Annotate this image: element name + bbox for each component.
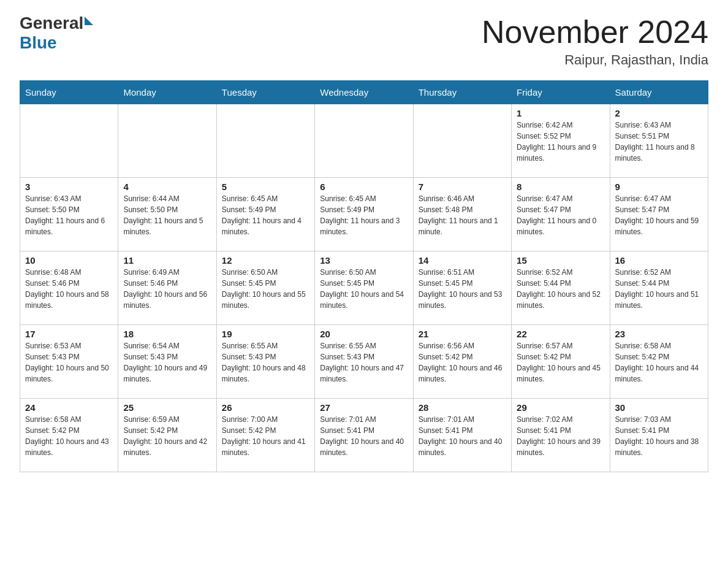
day-info: Sunrise: 6:50 AMSunset: 5:45 PMDaylight:… bbox=[320, 267, 408, 311]
day-number: 2 bbox=[615, 108, 703, 118]
day-number: 12 bbox=[222, 255, 309, 266]
weekday-header-saturday: Saturday bbox=[610, 81, 708, 104]
calendar-cell: 17Sunrise: 6:53 AMSunset: 5:43 PMDayligh… bbox=[20, 325, 118, 399]
day-info: Sunrise: 7:03 AMSunset: 5:41 PMDaylight:… bbox=[615, 414, 703, 458]
calendar-cell: 26Sunrise: 7:00 AMSunset: 5:42 PMDayligh… bbox=[216, 399, 314, 472]
calendar-cell: 4Sunrise: 6:44 AMSunset: 5:50 PMDaylight… bbox=[118, 178, 216, 251]
calendar-cell: 15Sunrise: 6:52 AMSunset: 5:44 PMDayligh… bbox=[512, 251, 610, 325]
title-area: November 2024 Raipur, Rajasthan, India bbox=[482, 15, 708, 68]
calendar-cell: 20Sunrise: 6:55 AMSunset: 5:43 PMDayligh… bbox=[315, 325, 413, 399]
day-info: Sunrise: 6:55 AMSunset: 5:43 PMDaylight:… bbox=[222, 340, 309, 385]
calendar-cell: 2Sunrise: 6:43 AMSunset: 5:51 PMDaylight… bbox=[610, 104, 708, 178]
calendar-week-1: 1Sunrise: 6:42 AMSunset: 5:52 PMDaylight… bbox=[20, 104, 708, 178]
calendar-table: SundayMondayTuesdayWednesdayThursdayFrid… bbox=[20, 80, 708, 472]
day-info: Sunrise: 6:44 AMSunset: 5:50 PMDaylight:… bbox=[123, 193, 211, 237]
weekday-header-sunday: Sunday bbox=[20, 81, 118, 104]
calendar-cell: 18Sunrise: 6:54 AMSunset: 5:43 PMDayligh… bbox=[118, 325, 216, 399]
day-number: 30 bbox=[615, 402, 703, 413]
calendar-cell: 21Sunrise: 6:56 AMSunset: 5:42 PMDayligh… bbox=[413, 325, 511, 399]
calendar-cell: 6Sunrise: 6:45 AMSunset: 5:49 PMDaylight… bbox=[315, 178, 413, 251]
day-info: Sunrise: 6:55 AMSunset: 5:43 PMDaylight:… bbox=[320, 340, 408, 385]
day-number: 27 bbox=[320, 402, 408, 413]
day-info: Sunrise: 6:43 AMSunset: 5:51 PMDaylight:… bbox=[615, 120, 703, 164]
day-info: Sunrise: 6:50 AMSunset: 5:45 PMDaylight:… bbox=[222, 267, 309, 311]
calendar-cell: 16Sunrise: 6:52 AMSunset: 5:44 PMDayligh… bbox=[610, 251, 708, 325]
day-info: Sunrise: 6:54 AMSunset: 5:43 PMDaylight:… bbox=[123, 340, 211, 385]
calendar-cell: 7Sunrise: 6:46 AMSunset: 5:48 PMDaylight… bbox=[413, 178, 511, 251]
day-info: Sunrise: 6:42 AMSunset: 5:52 PMDaylight:… bbox=[517, 120, 604, 164]
day-number: 5 bbox=[222, 182, 309, 192]
calendar-cell: 10Sunrise: 6:48 AMSunset: 5:46 PMDayligh… bbox=[20, 251, 118, 325]
day-number: 15 bbox=[517, 255, 604, 266]
day-info: Sunrise: 6:59 AMSunset: 5:42 PMDaylight:… bbox=[123, 414, 211, 458]
day-number: 22 bbox=[517, 329, 604, 339]
weekday-header-friday: Friday bbox=[512, 81, 610, 104]
day-number: 16 bbox=[615, 255, 703, 266]
day-number: 24 bbox=[25, 402, 113, 413]
calendar-cell: 9Sunrise: 6:47 AMSunset: 5:47 PMDaylight… bbox=[610, 178, 708, 251]
day-number: 7 bbox=[419, 182, 506, 192]
logo-arrow-icon bbox=[85, 17, 93, 25]
location-title: Raipur, Rajasthan, India bbox=[482, 52, 708, 68]
day-info: Sunrise: 6:47 AMSunset: 5:47 PMDaylight:… bbox=[615, 193, 703, 237]
day-number: 13 bbox=[320, 255, 408, 266]
calendar-cell: 24Sunrise: 6:58 AMSunset: 5:42 PMDayligh… bbox=[20, 399, 118, 472]
calendar-cell: 27Sunrise: 7:01 AMSunset: 5:41 PMDayligh… bbox=[315, 399, 413, 472]
logo-area: General Blue bbox=[20, 15, 93, 53]
day-number: 21 bbox=[419, 329, 506, 339]
day-info: Sunrise: 6:45 AMSunset: 5:49 PMDaylight:… bbox=[320, 193, 408, 237]
calendar-cell: 22Sunrise: 6:57 AMSunset: 5:42 PMDayligh… bbox=[512, 325, 610, 399]
day-info: Sunrise: 6:51 AMSunset: 5:45 PMDaylight:… bbox=[419, 267, 506, 311]
calendar-cell: 5Sunrise: 6:45 AMSunset: 5:49 PMDaylight… bbox=[216, 178, 314, 251]
weekday-header-wednesday: Wednesday bbox=[315, 81, 413, 104]
day-info: Sunrise: 6:53 AMSunset: 5:43 PMDaylight:… bbox=[25, 340, 113, 385]
calendar-cell: 8Sunrise: 6:47 AMSunset: 5:47 PMDaylight… bbox=[512, 178, 610, 251]
calendar-cell: 14Sunrise: 6:51 AMSunset: 5:45 PMDayligh… bbox=[413, 251, 511, 325]
calendar-cell bbox=[216, 104, 314, 178]
logo-general-text: General bbox=[20, 15, 83, 32]
calendar-cell: 30Sunrise: 7:03 AMSunset: 5:41 PMDayligh… bbox=[610, 399, 708, 472]
day-number: 29 bbox=[517, 402, 604, 413]
day-number: 25 bbox=[123, 402, 211, 413]
calendar-cell bbox=[118, 104, 216, 178]
calendar-week-3: 10Sunrise: 6:48 AMSunset: 5:46 PMDayligh… bbox=[20, 251, 708, 325]
day-info: Sunrise: 6:56 AMSunset: 5:42 PMDaylight:… bbox=[419, 340, 506, 385]
day-info: Sunrise: 6:57 AMSunset: 5:42 PMDaylight:… bbox=[517, 340, 604, 385]
logo-blue-text: Blue bbox=[20, 33, 57, 52]
day-number: 17 bbox=[25, 329, 113, 339]
day-number: 23 bbox=[615, 329, 703, 339]
month-title: November 2024 bbox=[482, 15, 708, 50]
calendar-cell: 28Sunrise: 7:01 AMSunset: 5:41 PMDayligh… bbox=[413, 399, 511, 472]
day-number: 20 bbox=[320, 329, 408, 339]
day-info: Sunrise: 7:01 AMSunset: 5:41 PMDaylight:… bbox=[320, 414, 408, 458]
day-number: 8 bbox=[517, 182, 604, 192]
calendar-cell: 1Sunrise: 6:42 AMSunset: 5:52 PMDaylight… bbox=[512, 104, 610, 178]
day-info: Sunrise: 6:49 AMSunset: 5:46 PMDaylight:… bbox=[123, 267, 211, 311]
day-number: 14 bbox=[419, 255, 506, 266]
day-info: Sunrise: 6:52 AMSunset: 5:44 PMDaylight:… bbox=[517, 267, 604, 311]
calendar-cell bbox=[20, 104, 118, 178]
calendar-cell: 29Sunrise: 7:02 AMSunset: 5:41 PMDayligh… bbox=[512, 399, 610, 472]
calendar-cell: 19Sunrise: 6:55 AMSunset: 5:43 PMDayligh… bbox=[216, 325, 314, 399]
day-number: 26 bbox=[222, 402, 309, 413]
day-info: Sunrise: 7:00 AMSunset: 5:42 PMDaylight:… bbox=[222, 414, 309, 458]
day-number: 18 bbox=[123, 329, 211, 339]
day-number: 19 bbox=[222, 329, 309, 339]
day-info: Sunrise: 7:02 AMSunset: 5:41 PMDaylight:… bbox=[517, 414, 604, 458]
day-number: 6 bbox=[320, 182, 408, 192]
day-number: 11 bbox=[123, 255, 211, 266]
day-info: Sunrise: 6:48 AMSunset: 5:46 PMDaylight:… bbox=[25, 267, 113, 311]
day-info: Sunrise: 6:58 AMSunset: 5:42 PMDaylight:… bbox=[615, 340, 703, 385]
day-number: 3 bbox=[25, 182, 113, 192]
calendar-week-4: 17Sunrise: 6:53 AMSunset: 5:43 PMDayligh… bbox=[20, 325, 708, 399]
calendar-cell bbox=[315, 104, 413, 178]
day-info: Sunrise: 6:47 AMSunset: 5:47 PMDaylight:… bbox=[517, 193, 604, 237]
day-info: Sunrise: 6:43 AMSunset: 5:50 PMDaylight:… bbox=[25, 193, 113, 237]
day-info: Sunrise: 6:45 AMSunset: 5:49 PMDaylight:… bbox=[222, 193, 309, 237]
day-number: 10 bbox=[25, 255, 113, 266]
day-info: Sunrise: 6:58 AMSunset: 5:42 PMDaylight:… bbox=[25, 414, 113, 458]
day-info: Sunrise: 6:52 AMSunset: 5:44 PMDaylight:… bbox=[615, 267, 703, 311]
day-number: 28 bbox=[419, 402, 506, 413]
weekday-header-thursday: Thursday bbox=[413, 81, 511, 104]
weekday-header-row: SundayMondayTuesdayWednesdayThursdayFrid… bbox=[20, 81, 708, 104]
